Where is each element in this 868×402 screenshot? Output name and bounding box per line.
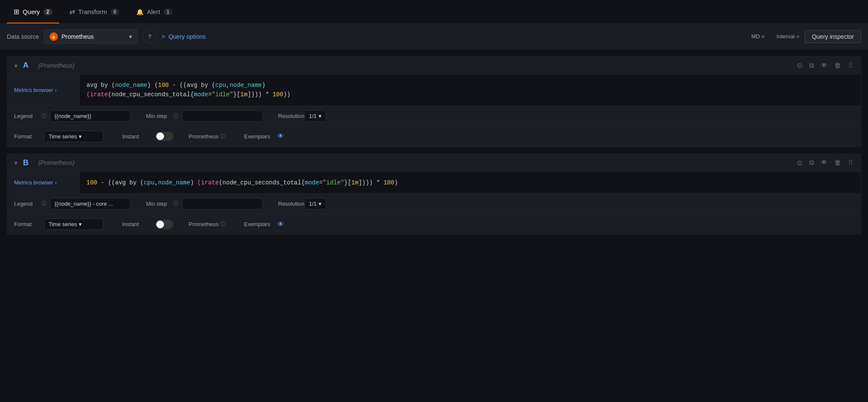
queries-container: ∨ A (Prometheus) ⊙ ⧉ 👁 🗑 ⠿ Metrics brows… [0,49,868,241]
query-copy-icon-a[interactable]: ⧉ [809,62,814,69]
query-line1-a: avg by (node_name) (100 - ((avg by (cpu,… [86,80,854,90]
query-help-icon-a[interactable]: ⊙ [797,61,802,69]
query-actions-a: ⊙ ⧉ 👁 🗑 ⠿ [797,61,854,69]
prometheus-query-label-a: Prometheus [189,133,218,140]
min-step-input-a[interactable] [182,110,263,122]
datasource-label: Data source [7,33,39,40]
query-header-b: ∨ B (Prometheus) ⊙ ⧉ 👁 🗑 ⠿ [7,154,861,172]
query-tab-label: Query [23,8,40,15]
prometheus-query-label-b: Prometheus [189,221,218,227]
min-step-info-icon-b[interactable]: ⓘ [173,200,178,207]
prometheus-group-a: Prometheus ⓘ [189,133,225,140]
transform-tab-label: Transform [78,8,107,15]
query-header-a: ∨ A (Prometheus) ⊙ ⧉ 👁 🗑 ⠿ [7,57,861,75]
min-step-label-a: Min step [146,113,172,119]
query-block-a: ∨ A (Prometheus) ⊙ ⧉ 👁 🗑 ⠿ Metrics brows… [7,56,861,147]
alert-tab-icon: 🔔 [136,9,144,15]
instant-toggle-b[interactable] [155,220,173,229]
legend-info-icon-a[interactable]: ⓘ [41,112,46,120]
query-copy-icon-b[interactable]: ⧉ [809,159,814,167]
instant-group-b: Instant [122,220,177,229]
help-icon: ? [148,33,152,40]
query-tab-icon: ⊞ [14,8,19,16]
exemplars-eye-icon-a[interactable]: 👁 [277,132,284,140]
tab-alert[interactable]: 🔔 Alert 1 [129,0,179,23]
min-step-info-icon-a[interactable]: ⓘ [173,112,178,120]
help-button[interactable]: ? [143,30,156,43]
format-select-b[interactable]: Time series ▾ [44,218,103,230]
query-drag-icon-b[interactable]: ⠿ [848,159,854,167]
query-legend-row-a: Legend ⓘ Min step ⓘ Resolution 1/1 ▾ [7,106,861,126]
query-inspector-button[interactable]: Query inspector [805,30,861,43]
query-letter-b: B [23,158,33,167]
resolution-select-b[interactable]: 1/1 ▾ [304,198,326,210]
query-format-row-a: Format Time series ▾ Instant Prometheus … [7,126,861,146]
query-source-a: (Prometheus) [38,62,75,69]
legend-group-b: Legend ⓘ [14,198,138,210]
prometheus-info-icon-b[interactable]: ⓘ [220,221,225,228]
format-group-a: Format Time series ▾ [14,131,110,142]
query-help-icon-b[interactable]: ⊙ [797,159,802,167]
exemplars-group-b: Exemplars 👁 [244,221,284,228]
interval-label: Interval = [776,33,799,40]
resolution-group-b: Resolution 1/1 ▾ [278,198,333,210]
format-select-a[interactable]: Time series ▾ [44,131,103,142]
legend-label-a: Legend [14,113,40,119]
query-eye-icon-b[interactable]: 👁 [821,159,828,167]
format-value-a: Time series [49,133,77,140]
exemplars-label-b: Exemplars [244,221,274,227]
query-delete-icon-a[interactable]: 🗑 [834,62,841,69]
legend-input-a[interactable] [50,110,131,122]
query-code-b[interactable]: 100 - ((avg by (cpu,node_name) (irate(no… [80,172,861,193]
tab-transform[interactable]: ⇄ Transform 0 [63,0,126,23]
md-label: MD = [751,33,765,40]
resolution-value-a: 1/1 [309,113,316,119]
instant-toggle-a[interactable] [155,132,173,141]
metrics-browser-button-b[interactable]: Metrics browser › [7,172,80,193]
resolution-select-a[interactable]: 1/1 ▾ [304,110,326,122]
legend-group-a: Legend ⓘ [14,110,138,122]
resolution-value-b: 1/1 [309,201,316,207]
tab-query[interactable]: ⊞ Query 2 [7,0,59,23]
min-step-label-b: Min step [146,201,172,207]
query-actions-b: ⊙ ⧉ 👁 🗑 ⠿ [797,159,854,167]
query-line2-a: (irate(node_cpu_seconds_total{mode="idle… [86,90,854,99]
resolution-group-a: Resolution 1/1 ▾ [278,110,333,122]
collapse-button-b[interactable]: ∨ [14,160,18,166]
alert-tab-label: Alert [147,8,160,15]
query-drag-icon-a[interactable]: ⠿ [848,61,854,69]
query-editor-b: Metrics browser › 100 - ((avg by (cpu,no… [7,172,861,194]
metrics-browser-button-a[interactable]: Metrics browser › [7,75,80,106]
query-eye-icon-a[interactable]: 👁 [821,62,828,69]
min-step-input-b[interactable] [182,198,263,210]
query-block-b: ∨ B (Prometheus) ⊙ ⧉ 👁 🗑 ⠿ Metrics brows… [7,154,861,235]
query-options-button[interactable]: > Query options [161,33,205,40]
format-chevron-a: ▾ [79,133,82,140]
instant-label-a: Instant [122,133,152,140]
query-letter-a: A [23,61,33,70]
exemplars-group-a: Exemplars 👁 [244,132,284,140]
query-format-row-b: Format Time series ▾ Instant Prometheus … [7,214,861,234]
datasource-select[interactable]: 🔥 Prometheus ▾ [44,29,138,44]
query-line1-b: 100 - ((avg by (cpu,node_name) (irate(no… [86,178,854,187]
query-legend-row-b: Legend ⓘ Min step ⓘ Resolution 1/1 ▾ [7,194,861,214]
query-source-b: (Prometheus) [38,159,75,166]
resolution-label-b: Resolution [278,201,304,207]
metrics-browser-arrow-b: › [55,179,57,186]
instant-label-b: Instant [122,221,152,227]
metrics-browser-arrow-a: › [55,87,57,93]
exemplars-eye-icon-b[interactable]: 👁 [277,221,284,228]
metrics-browser-label-b: Metrics browser [14,179,53,186]
alert-tab-badge: 1 [164,9,172,15]
prometheus-group-b: Prometheus ⓘ [189,221,225,228]
query-code-a[interactable]: avg by (node_name) (100 - ((avg by (cpu,… [80,75,861,106]
resolution-chevron-a: ▾ [319,113,322,119]
query-delete-icon-b[interactable]: 🗑 [834,159,841,167]
datasource-chevron-icon: ▾ [129,33,132,40]
legend-input-b[interactable] [50,198,131,210]
toolbar: Data source 🔥 Prometheus ▾ ? > Query opt… [0,24,868,49]
prometheus-info-icon-a[interactable]: ⓘ [220,133,225,140]
datasource-name: Prometheus [61,33,126,40]
legend-info-icon-b[interactable]: ⓘ [41,200,46,207]
collapse-button-a[interactable]: ∨ [14,63,18,69]
